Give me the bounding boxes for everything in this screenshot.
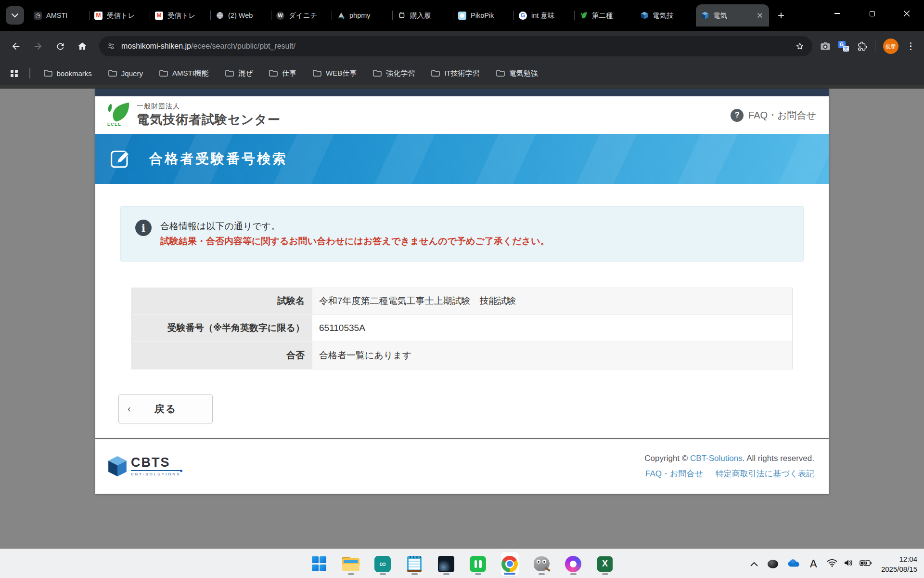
taskbar-green-app[interactable] (468, 552, 488, 577)
back-button-page[interactable]: ‹ 戻る (118, 394, 213, 423)
volume-icon[interactable] (844, 559, 853, 569)
tab-active-cbt[interactable]: 電気 (696, 4, 769, 26)
tab-wordpress[interactable]: W ダイニチ (271, 4, 332, 26)
taskbar-chrome[interactable] (500, 552, 519, 577)
bookmark-star-icon[interactable] (795, 41, 805, 51)
tab-title: int 意味 (531, 11, 570, 20)
tab-search-button[interactable] (6, 6, 24, 25)
tab-cbt-1[interactable]: 電気技 (635, 4, 696, 26)
battery-icon[interactable] (860, 560, 872, 568)
copyright-text: Copyright © CBT-Solutions. All rights re… (644, 454, 814, 463)
bookmark-folder-bookmarks[interactable]: bookmarks (39, 67, 97, 79)
folder-icon (44, 70, 52, 77)
tab-gmail-1[interactable]: M 受信トレ (90, 4, 150, 26)
toolbar-actions: G 文 俊彦 (820, 39, 918, 54)
taskbar-clock[interactable]: 12:04 2025/08/15 (881, 554, 917, 574)
home-button[interactable] (73, 37, 91, 55)
toolbar-separator (875, 41, 875, 52)
footer-legal-link[interactable]: 特定商取引法に基づく表記 (716, 468, 814, 479)
wifi-icon[interactable] (827, 559, 837, 569)
folder-icon (313, 70, 321, 77)
tab-title: ダイニチ (289, 11, 327, 20)
tab-web[interactable]: (2) Web (211, 4, 271, 26)
close-window-button[interactable] (889, 0, 924, 27)
table-row-exam-number: 受験番号（※半角英数字に限る） 65110535A (132, 315, 792, 342)
clock-time: 12:04 (881, 554, 917, 564)
result-table: 試験名 令和7年度第二種電気工事士上期試験 技能試験 受験番号（※半角英数字に限… (131, 288, 793, 369)
tray-device-icon[interactable] (768, 560, 778, 568)
copyright-suffix: . All rights reserved. (743, 454, 814, 463)
table-row-exam-name: 試験名 令和7年度第二種電気工事士上期試験 技能試験 (132, 288, 792, 315)
row-label: 受験番号（※半角英数字に限る） (132, 315, 312, 342)
tab-title: phpmy (349, 12, 388, 19)
svg-text:ECEE: ECEE (107, 122, 122, 126)
notice-line1: 合格情報は以下の通りです。 (160, 219, 550, 234)
bookmark-folder-jquery[interactable]: Jquery (103, 67, 148, 79)
bookmark-folder-electric-study[interactable]: 電気勉強 (491, 67, 543, 80)
forward-button[interactable] (29, 37, 47, 55)
minimize-button[interactable] (820, 0, 855, 27)
translate-icon[interactable]: G 文 (838, 41, 849, 52)
footer-faq-link[interactable]: FAQ・お問合せ (645, 468, 703, 479)
tab-phpmyadmin[interactable]: phpmy (332, 4, 393, 26)
chevron-up-icon (750, 562, 758, 566)
tab-gmail-2[interactable]: M 受信トレ (150, 4, 211, 26)
ime-mode-indicator[interactable]: A (810, 558, 817, 570)
faq-header-link[interactable]: ? FAQ・お問合せ (731, 109, 816, 122)
bookmark-folder-maze[interactable]: 混ぜ (220, 67, 257, 80)
bookmark-folder-reinforcement[interactable]: 強化学習 (368, 67, 420, 80)
extensions-puzzle-icon[interactable] (857, 41, 867, 52)
browser-menu-button[interactable] (906, 40, 916, 53)
bookmark-folder-it-study[interactable]: IT技術学習 (426, 67, 484, 80)
site-info-icon[interactable] (107, 42, 116, 51)
tab-title: 受信トレ (107, 11, 145, 20)
bookmarks-bar: bookmarks Jquery AMSTI機能 混ぜ 仕事 WEB仕事 強化学… (0, 62, 924, 85)
folder-icon (225, 70, 234, 77)
wordpress-icon: W (276, 12, 284, 20)
cbt-solutions-link[interactable]: CBT-Solutions (690, 454, 743, 463)
bookmark-folder-amsti[interactable]: AMSTI機能 (154, 67, 214, 80)
bookmark-label: AMSTI機能 (172, 69, 209, 78)
cbts-logo: CBTS CBT-SOLUTIONS (108, 456, 180, 477)
tab-amsti[interactable]: ◷ AMSTI (29, 4, 90, 26)
cbts-wordmark: CBTS (131, 456, 180, 469)
taskbar-file-explorer[interactable] (341, 552, 360, 577)
bookmark-folder-webwork[interactable]: WEB仕事 (308, 67, 361, 80)
tab-close-icon[interactable] (756, 11, 764, 20)
org-name-label: 電気技術者試験センター (137, 111, 281, 128)
tabs-container: ◷ AMSTI M 受信トレ M 受信トレ (2) Web W ダイニチ php… (29, 4, 769, 26)
address-bar[interactable]: moshikomi-shiken.jp/ecee/search/public/p… (99, 36, 812, 56)
onedrive-icon[interactable] (788, 559, 800, 569)
tab-title: 受信トレ (167, 11, 206, 20)
profile-avatar[interactable]: 俊彦 (883, 39, 898, 54)
reload-button[interactable] (51, 37, 69, 55)
bookmark-folder-work[interactable]: 仕事 (264, 67, 301, 80)
taskbar-excel[interactable]: X (595, 552, 615, 577)
apps-grid-icon[interactable] (8, 67, 21, 80)
tab-title: 購入履 (410, 11, 449, 20)
bookmark-label: 電気勉強 (509, 69, 538, 78)
taskbar-arduino[interactable]: ∞ (373, 552, 392, 577)
back-arrow-icon (11, 41, 21, 52)
tab-ecee[interactable]: 第二種 (575, 4, 635, 26)
tab-google-search[interactable]: G int 意味 (514, 4, 575, 26)
tab-pikopik[interactable]: PikoPik (453, 4, 514, 26)
taskbar-gimp[interactable] (532, 552, 551, 577)
new-tab-button[interactable]: + (773, 7, 789, 24)
taskbar-kindle[interactable] (436, 552, 456, 577)
start-button[interactable] (309, 552, 329, 577)
page-title-banner: 合格者受験番号検索 (95, 134, 829, 184)
maximize-button[interactable] (855, 0, 889, 27)
screenshot-camera-icon[interactable] (820, 41, 831, 51)
home-icon (77, 41, 88, 52)
footer-links: FAQ・お問合せ 特定商取引法に基づく表記 (644, 468, 814, 479)
gmail-icon: M (155, 12, 163, 20)
bookmark-label: 混ぜ (238, 69, 253, 78)
taskbar-notepad[interactable] (405, 552, 424, 577)
maximize-icon (870, 11, 875, 16)
back-button[interactable] (7, 37, 25, 55)
tray-overflow-button[interactable] (750, 560, 758, 568)
taskbar-clipchamp[interactable] (564, 552, 583, 577)
tab-purchase-history[interactable]: 購入履 (393, 4, 453, 26)
ecee-logo: ECEE 一般財団法人 電気技術者試験センター (106, 102, 281, 128)
